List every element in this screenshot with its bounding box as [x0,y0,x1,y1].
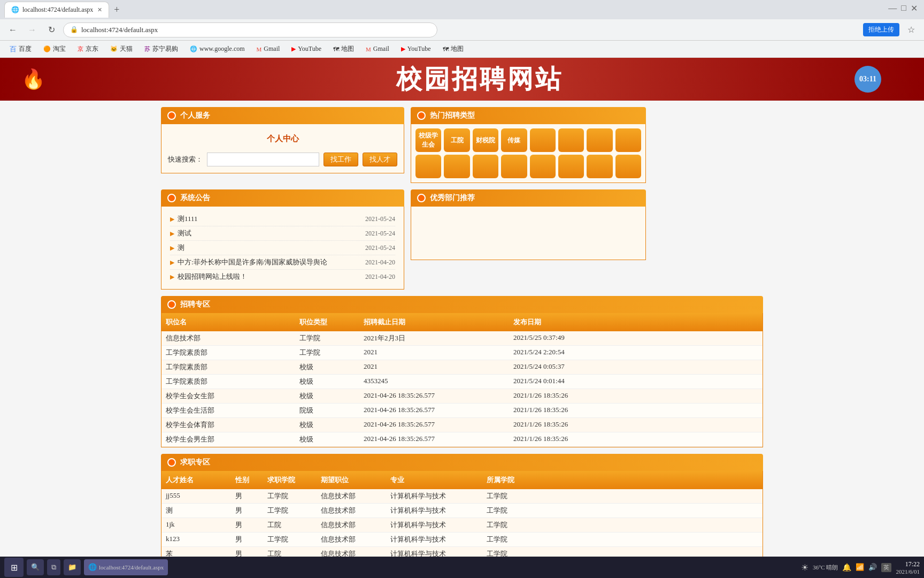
tab-close-btn[interactable]: ✕ [97,6,102,13]
map2-label: 地图 [451,44,464,54]
youtube1-label: YouTube [298,45,321,53]
jobseeker-table-header: 人才姓名 性别 求职学院 期望职位 专业 所属学院 [161,471,763,489]
notice-link-2[interactable]: 测 [178,243,365,253]
address-input[interactable]: 🔒 localhost:4724/default.aspx [63,22,437,37]
recruit-cell-name-0: 信息技术部 [161,331,295,345]
hot-item-9[interactable] [415,155,441,178]
recruit-cell-publish-3: 2021/5/24 0:01:44 [509,375,643,389]
hot-item-16[interactable] [615,155,641,178]
volume-icon: 🔊 [868,563,877,572]
hot-item-xuejishenghuihui[interactable]: 校级学生会 [415,128,441,152]
start-button[interactable]: ⊞ [4,558,24,577]
bookmark-gmail1[interactable]: M Gmail [252,44,284,54]
jcell-belong-3: 工学院 [482,533,552,546]
hot-item-gongyuan[interactable]: 工院 [444,128,469,152]
language-indicator: 英 [881,563,891,572]
google-label: www.google.com [199,45,245,53]
taskbar-browser[interactable]: 🌐 localhost:4724/default.aspx [84,559,168,575]
file-manager-icon: 📁 [68,563,76,572]
jd-label: 京东 [86,44,98,54]
maximize-btn[interactable]: □ [901,3,906,13]
new-tab-btn[interactable]: + [109,2,124,17]
hot-header-icon [417,111,426,120]
jcell-major-2: 计算机科学与技术 [386,518,482,532]
find-talent-btn[interactable]: 找人才 [363,153,397,166]
notice-link-4[interactable]: 校园招聘网站上线啦！ [178,272,365,282]
excellent-header-text: 优秀部门推荐 [430,193,475,203]
recruit-cell-name-2: 工学院素质部 [161,360,295,374]
tab-bar: 🌐 localhost:4724/default.aspx ✕ + — □ ✕ [0,0,924,19]
notice-bullet-1: ▶ [170,230,174,237]
jcol-major: 专业 [386,473,482,487]
personal-service-section: 个人服务 个人中心 快速搜索： 找工作 找人才 [161,107,404,183]
recruit-row-5: 校学生会生活部 院级 2021-04-26 18:35:26.577 2021/… [161,404,763,418]
search-input[interactable] [207,153,319,166]
weather-temp: 36°C 晴朗 [813,564,838,572]
search-taskbar-icon: 🔍 [31,563,40,572]
close-btn[interactable]: ✕ [911,3,918,13]
recruit-cell-deadline-0: 2021年2月3日 [359,331,509,345]
recruit-cell-deadline-5: 2021-04-26 18:35:26.577 [359,404,509,417]
back-btn[interactable]: ← [5,22,20,37]
reload-btn[interactable]: ↻ [44,22,59,37]
hot-item-12[interactable] [501,155,527,178]
task-view-icon: ⧉ [51,563,56,572]
ext-upload-btn[interactable]: 拒绝上传 [863,23,899,36]
gmail1-label: Gmail [264,45,280,53]
forward-btn: → [25,22,40,37]
recruit-cell-deadline-6: 2021-04-26 18:35:26.577 [359,418,509,432]
bookmark-taobao[interactable]: 🟠 淘宝 [39,43,70,55]
bookmark-baidu[interactable]: 百 百度 [5,43,36,55]
taskbar: ⊞ 🔍 ⧉ 📁 🌐 localhost:4724/default.aspx ☀ … [0,557,924,578]
hot-item-11[interactable] [473,155,498,178]
notice-date-3: 2021-04-20 [365,258,395,267]
taskbar-search[interactable]: 🔍 [27,559,44,575]
recruit-cell-name-1: 工学院素质部 [161,346,295,360]
hot-item-5[interactable] [530,128,556,152]
hot-item-15[interactable] [587,155,612,178]
notice-date-4: 2021-04-20 [365,273,395,281]
browser-tab[interactable]: 🌐 localhost:4724/default.aspx ✕ [4,2,109,18]
hot-item-6[interactable] [558,128,584,152]
hot-item-8[interactable] [615,128,641,152]
recruit-cell-type-5: 院级 [295,404,359,417]
map1-label: 地图 [341,44,354,54]
hot-item-chuanmei[interactable]: 传媒 [501,128,527,152]
hot-item-10[interactable] [444,155,469,178]
minimize-btn[interactable]: — [888,3,897,13]
recruit-cell-name-6: 校学生会体育部 [161,418,295,432]
jcell-major-0: 计算机科学与技术 [386,489,482,503]
hot-grid: 校级学生会 工院 财税院 传媒 [415,128,641,178]
hot-item-13[interactable] [530,155,556,178]
bookmark-jd[interactable]: 京 京东 [73,43,103,55]
bookmarks-bar: 百 百度 🟠 淘宝 京 京东 🐱 天猫 苏 苏宁易购 🌐 www.google.… [0,41,924,58]
hot-item-14[interactable] [558,155,584,178]
bookmark-map2[interactable]: 🗺 地图 [438,43,468,55]
notice-link-3[interactable]: 中方:菲外长称中国是许多南/海国家威胁误导舆论 [178,257,365,267]
bookmark-suning[interactable]: 苏 苏宁易购 [140,43,182,55]
bookmark-google[interactable]: 🌐 www.google.com [186,44,249,54]
bookmark-tianmao[interactable]: 🐱 天猫 [106,43,137,55]
network-icon: 📶 [856,563,864,572]
bookmark-youtube2[interactable]: ▶ YouTube [397,44,435,54]
notice-link-0[interactable]: 测1111 [178,214,365,224]
jcell-college-2: 工院 [263,518,317,532]
bookmark-youtube1[interactable]: ▶ YouTube [287,44,326,54]
map2-icon: 🗺 [443,46,449,52]
notice-link-1[interactable]: 测试 [178,229,365,238]
bookmark-gmail2[interactable]: M Gmail [361,44,394,54]
taskbar-file-manager[interactable]: 📁 [64,559,81,575]
gmail1-icon: M [257,46,262,52]
bookmark-btn[interactable]: ☆ [904,22,919,37]
recruit-row-2: 工学院素质部 校级 2021 2021/5/24 0:05:37 [161,360,763,375]
jcell-gender-2: 男 [231,518,263,532]
find-job-btn[interactable]: 找工作 [324,153,358,166]
hot-item-7[interactable] [587,128,612,152]
excellent-dept-section: 优秀部门推荐 [411,189,646,290]
recruit-row-0: 信息技术部 工学院 2021年2月3日 2021/5/25 0:37:49 [161,331,763,346]
notice-bullet-4: ▶ [170,273,174,280]
taskbar-task-view[interactable]: ⧉ [47,559,60,575]
hot-item-caishuiyuan[interactable]: 财税院 [473,128,498,152]
bookmark-map1[interactable]: 🗺 地图 [329,43,358,55]
page-content: 🔥 校园招聘网站 03:11 个人服务 个人中心 快速搜索： 找工作 找人才 [0,58,924,578]
